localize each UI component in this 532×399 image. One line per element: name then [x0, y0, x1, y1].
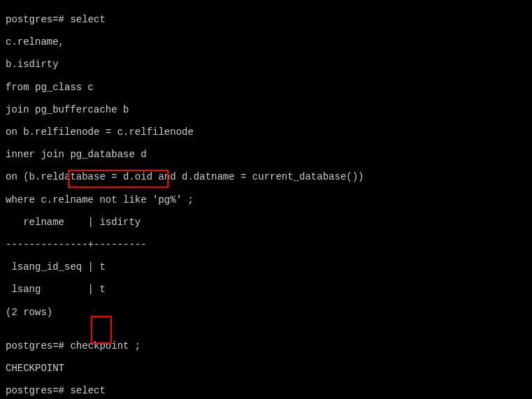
checkpoint-line: postgres=# checkpoint ;	[6, 340, 526, 351]
terminal-window[interactable]: postgres=# select c.relname, b.isdirty f…	[0, 0, 532, 399]
result-count: (2 rows)	[6, 307, 526, 318]
sql-line: where c.relname not like 'pg%' ;	[6, 194, 526, 205]
highlight-box-checkpoint	[68, 170, 168, 188]
sql-line: from pg_class c	[6, 82, 526, 93]
result-divider: --------------+---------	[6, 239, 526, 250]
sql-line: c.relname,	[6, 36, 526, 48]
result-row: lsang_id_seq | t	[6, 261, 526, 273]
checkpoint-response: CHECKPOINT	[6, 363, 526, 374]
sql-line: postgres=# select	[6, 385, 526, 396]
result-row: lsang | t	[6, 284, 526, 295]
result-header: relname | isdirty	[6, 217, 526, 228]
sql-line: inner join pg_database d	[6, 149, 526, 160]
sql-line: on b.relfilenode = c.relfilenode	[6, 126, 526, 138]
sql-line: postgres=# select	[6, 14, 526, 25]
sql-line: join pg_buffercache b	[6, 104, 526, 115]
sql-line: b.isdirty	[6, 59, 526, 70]
highlight-box-results	[91, 316, 112, 344]
